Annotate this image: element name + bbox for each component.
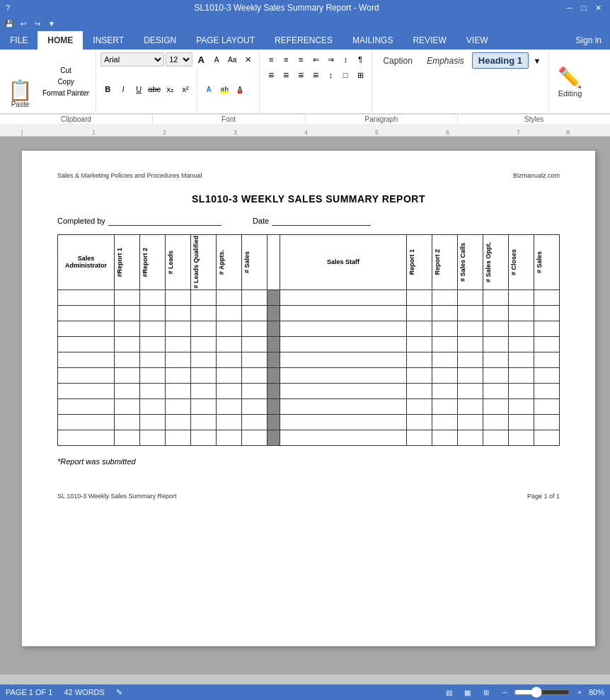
table-cell[interactable] <box>280 321 407 336</box>
table-cell[interactable] <box>534 305 560 321</box>
multilevel-list-button[interactable]: ≡ <box>294 52 308 67</box>
table-cell[interactable] <box>432 352 458 367</box>
tab-view[interactable]: VIEW <box>456 31 498 50</box>
table-cell[interactable] <box>432 383 458 398</box>
table-cell[interactable] <box>534 367 560 383</box>
shrink-font-button[interactable]: A <box>209 52 224 67</box>
table-cell[interactable] <box>509 430 534 445</box>
table-cell[interactable] <box>115 321 140 336</box>
table-cell[interactable] <box>58 352 115 367</box>
table-cell[interactable] <box>407 414 432 430</box>
table-cell[interactable] <box>432 398 458 414</box>
table-cell[interactable] <box>483 289 509 305</box>
table-cell[interactable] <box>166 430 191 445</box>
table-cell[interactable] <box>432 430 458 445</box>
table-row[interactable] <box>58 352 560 367</box>
table-row[interactable] <box>58 367 560 383</box>
align-center-button[interactable]: ≡ <box>279 68 293 82</box>
table-cell[interactable] <box>458 336 483 352</box>
table-cell[interactable] <box>166 289 191 305</box>
table-row[interactable] <box>58 336 560 352</box>
table-cell[interactable] <box>115 352 140 367</box>
table-cell[interactable] <box>509 336 534 352</box>
tab-review[interactable]: REVIEW <box>403 31 456 50</box>
table-cell[interactable] <box>432 289 458 305</box>
font-family-select[interactable]: Arial <box>100 52 164 67</box>
table-cell[interactable] <box>280 336 407 352</box>
text-effects-button[interactable]: A <box>202 82 216 96</box>
shading-button[interactable]: □ <box>338 68 352 82</box>
italic-button[interactable]: I <box>116 82 130 96</box>
highlight-color-button[interactable]: ab <box>217 82 231 96</box>
table-row[interactable] <box>58 383 560 398</box>
table-cell[interactable] <box>242 367 267 383</box>
table-cell[interactable] <box>458 430 483 445</box>
tab-design[interactable]: DESIGN <box>134 31 186 50</box>
table-cell[interactable] <box>191 305 217 321</box>
table-cell[interactable] <box>166 321 191 336</box>
tab-home[interactable]: HOME <box>38 31 83 50</box>
table-cell[interactable] <box>483 336 509 352</box>
table-cell[interactable] <box>217 352 242 367</box>
table-cell[interactable] <box>458 352 483 367</box>
table-cell[interactable] <box>407 321 432 336</box>
table-cell[interactable] <box>140 367 166 383</box>
table-cell[interactable] <box>140 383 166 398</box>
table-cell[interactable] <box>191 398 217 414</box>
table-cell[interactable] <box>115 336 140 352</box>
strikethrough-button[interactable]: abc <box>147 82 161 96</box>
table-cell[interactable] <box>191 414 217 430</box>
increase-indent-button[interactable]: ⇒ <box>323 52 338 67</box>
font-color-button[interactable]: A <box>233 82 247 96</box>
table-cell[interactable] <box>242 398 267 414</box>
table-cell[interactable] <box>242 430 267 445</box>
table-cell[interactable] <box>58 336 115 352</box>
table-cell[interactable] <box>191 367 217 383</box>
change-case-button[interactable]: Aa <box>225 52 239 67</box>
table-cell[interactable] <box>432 305 458 321</box>
table-cell[interactable] <box>242 321 267 336</box>
save-quickaccess-button[interactable]: 💾 <box>3 17 16 30</box>
table-cell[interactable] <box>483 367 509 383</box>
numbering-button[interactable]: ≡ <box>279 52 293 67</box>
tab-page-layout[interactable]: PAGE LAYOUT <box>186 31 265 50</box>
table-cell[interactable] <box>140 321 166 336</box>
paragraph-group-label[interactable]: Paragraph <box>306 115 459 124</box>
table-row[interactable] <box>58 398 560 414</box>
table-cell[interactable] <box>217 321 242 336</box>
table-cell[interactable] <box>483 321 509 336</box>
styles-more-button[interactable]: ▼ <box>530 54 544 68</box>
table-cell[interactable] <box>191 352 217 367</box>
table-cell[interactable] <box>217 367 242 383</box>
undo-button[interactable]: ↩ <box>17 17 30 30</box>
table-cell[interactable] <box>509 289 534 305</box>
table-cell[interactable] <box>534 398 560 414</box>
table-cell[interactable] <box>280 414 407 430</box>
style-heading1[interactable]: Heading 1 <box>472 52 529 69</box>
table-cell[interactable] <box>458 398 483 414</box>
table-cell[interactable] <box>242 305 267 321</box>
table-cell[interactable] <box>407 430 432 445</box>
table-cell[interactable] <box>280 398 407 414</box>
table-cell[interactable] <box>432 367 458 383</box>
table-cell[interactable] <box>407 305 432 321</box>
table-cell[interactable] <box>217 430 242 445</box>
table-cell[interactable] <box>483 383 509 398</box>
table-cell[interactable] <box>140 430 166 445</box>
table-cell[interactable] <box>509 321 534 336</box>
redo-button[interactable]: ↪ <box>31 17 44 30</box>
table-cell[interactable] <box>58 430 115 445</box>
quickaccess-more-button[interactable]: ▼ <box>45 17 58 30</box>
table-cell[interactable] <box>166 367 191 383</box>
format-painter-button[interactable]: Format Painter <box>39 88 93 98</box>
cut-button[interactable]: Cut <box>39 65 93 76</box>
bold-button[interactable]: B <box>100 82 115 96</box>
font-size-select[interactable]: 12 <box>166 52 192 67</box>
table-cell[interactable] <box>217 383 242 398</box>
line-spacing-button[interactable]: ↕ <box>323 68 338 82</box>
table-cell[interactable] <box>58 414 115 430</box>
table-cell[interactable] <box>280 430 407 445</box>
table-cell[interactable] <box>509 383 534 398</box>
table-cell[interactable] <box>534 430 560 445</box>
tab-mailings[interactable]: MAILINGS <box>343 31 403 50</box>
